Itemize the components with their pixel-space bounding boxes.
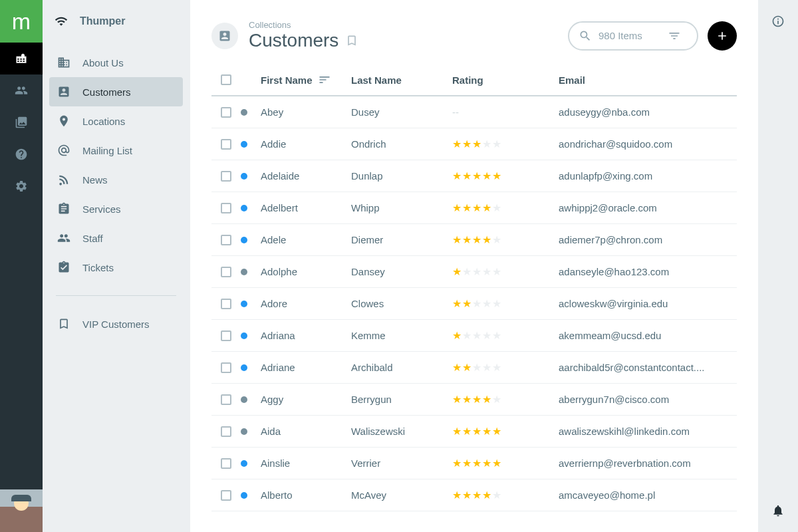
table-row[interactable]: AdelaideDunlap★★★★★adunlapfp@xing.com: [211, 160, 737, 192]
page-title: Customers: [249, 30, 358, 51]
rail-item-settings[interactable]: [0, 170, 43, 202]
col-email[interactable]: Email: [559, 74, 737, 86]
row-checkbox[interactable]: [211, 490, 241, 501]
cell-email: akemmeam@ucsd.edu: [559, 330, 737, 341]
nav-divider: [56, 295, 176, 296]
add-button[interactable]: [708, 21, 737, 51]
search-placeholder: 980 Items: [598, 30, 668, 41]
rail-item-people[interactable]: [0, 74, 43, 106]
table-row[interactable]: AdrianaKemme★★★★★akemmeam@ucsd.edu: [211, 320, 737, 352]
media-icon: [15, 116, 28, 129]
cell-rating: ★★★★★: [452, 489, 559, 501]
notifications-button[interactable]: [758, 489, 798, 532]
nav-item-about-us[interactable]: About Us: [49, 48, 183, 77]
cell-last-name: Archibald: [351, 362, 452, 373]
cell-email: aberrygun7n@cisco.com: [559, 394, 737, 405]
col-last-name[interactable]: Last Name: [351, 74, 452, 86]
cell-email: aduseygy@nba.com: [559, 106, 737, 118]
cell-first-name: Alberto: [261, 489, 351, 501]
cell-rating: ★★★★★: [452, 265, 559, 278]
row-checkbox[interactable]: [211, 362, 241, 373]
bell-icon: [771, 504, 785, 517]
cell-first-name: Aida: [261, 426, 351, 437]
table-row[interactable]: AdoreClowes★★★★★acloweskw@virginia.edu: [211, 288, 737, 320]
row-checkbox[interactable]: [211, 426, 241, 437]
row-checkbox[interactable]: [211, 235, 241, 245]
cell-rating: ★★★★★: [452, 138, 559, 150]
page-header: Collections Customers 980 Items: [190, 0, 758, 65]
nav-item-locations[interactable]: Locations: [49, 106, 183, 136]
people-icon: [15, 84, 28, 97]
row-checkbox[interactable]: [211, 299, 241, 309]
status-dot: [241, 492, 261, 499]
nav-item-news[interactable]: News: [49, 165, 183, 194]
bookmark_outline-icon: [57, 317, 70, 331]
status-dot: [241, 269, 261, 275]
nav-item-vip-customers[interactable]: VIP Customers: [49, 309, 183, 338]
rail-item-help[interactable]: [0, 138, 43, 170]
user-avatar[interactable]: [0, 489, 43, 532]
table-row[interactable]: AggyBerrygun★★★★★aberrygun7n@cisco.com: [211, 384, 737, 416]
status-dot: [241, 237, 261, 243]
row-checkbox[interactable]: [211, 139, 241, 150]
table-row[interactable]: AdolpheDansey★★★★★adanseyle@hao123.com: [211, 256, 737, 288]
project-switcher[interactable]: Thumper: [43, 0, 190, 43]
cell-last-name: Berrygun: [351, 394, 452, 405]
cell-last-name: Waliszewski: [351, 426, 452, 437]
nav-item-services[interactable]: Services: [49, 194, 183, 223]
cell-first-name: Ainslie: [261, 458, 351, 469]
table-row[interactable]: AdelbertWhipp★★★★★awhippj2@oracle.com: [211, 192, 737, 224]
rail-item-apps[interactable]: [0, 43, 43, 74]
filter-icon[interactable]: [668, 29, 681, 43]
nav-item-customers[interactable]: Customers: [49, 77, 183, 106]
row-checkbox[interactable]: [211, 107, 241, 118]
row-checkbox[interactable]: [211, 394, 241, 405]
nav-item-label: Staff: [82, 233, 103, 244]
assignment-icon: [57, 202, 70, 215]
app-logo[interactable]: m: [0, 0, 43, 43]
table-row[interactable]: AdeleDiemer★★★★★adiemer7p@chron.com: [211, 224, 737, 256]
bookmark-outline-icon[interactable]: [345, 34, 358, 47]
search-input[interactable]: 980 Items: [568, 21, 698, 51]
row-checkbox[interactable]: [211, 331, 241, 341]
app-initial: m: [12, 9, 31, 35]
table-row[interactable]: AinslieVerrier★★★★★averriernp@reverbnati…: [211, 448, 737, 479]
table-header-row: First Name Last Name Rating Email: [211, 65, 737, 96]
table-row[interactable]: AlbertoMcAvey★★★★★amcaveyeo@home.pl: [211, 479, 737, 511]
col-first-name[interactable]: First Name: [261, 73, 351, 86]
info-button[interactable]: [758, 0, 798, 43]
row-checkbox[interactable]: [211, 458, 241, 469]
cell-email: awhippj2@oracle.com: [559, 202, 737, 213]
nav-item-tickets[interactable]: Tickets: [49, 253, 183, 282]
row-checkbox[interactable]: [211, 203, 241, 213]
row-checkbox[interactable]: [211, 171, 241, 182]
cell-email: adunlapfp@xing.com: [559, 170, 737, 182]
status-dot: [241, 141, 261, 148]
table-row[interactable]: AbeyDusey--aduseygy@nba.com: [211, 96, 737, 128]
breadcrumb[interactable]: Collections: [249, 20, 358, 30]
cell-email: averriernp@reverbnation.com: [559, 458, 737, 469]
select-all[interactable]: [211, 74, 241, 85]
cell-last-name: Dunlap: [351, 170, 452, 182]
table-row[interactable]: AdrianeArchibald★★★★★aarchibald5r@consta…: [211, 352, 737, 384]
contacts-icon: [57, 85, 70, 98]
alternate_email-icon: [57, 144, 70, 157]
row-checkbox[interactable]: [211, 267, 241, 277]
cell-last-name: McAvey: [351, 489, 452, 501]
nav-item-mailing-list[interactable]: Mailing List: [49, 136, 183, 165]
nav-item-label: Services: [82, 203, 121, 215]
nav-item-staff[interactable]: Staff: [49, 223, 183, 253]
col-rating[interactable]: Rating: [452, 74, 559, 86]
cell-rating: ★★★★★: [452, 170, 559, 182]
table-row[interactable]: AidaWaliszewski★★★★★awaliszewskihl@linke…: [211, 416, 737, 448]
rail-item-media[interactable]: [0, 106, 43, 138]
cell-rating: ★★★★★: [452, 457, 559, 469]
cell-last-name: Dansey: [351, 266, 452, 277]
status-dot: [241, 205, 261, 211]
cell-rating: ★★★★★: [452, 329, 559, 342]
nav-item-label: Customers: [82, 86, 131, 98]
cell-rating: ★★★★★: [452, 425, 559, 438]
sort-icon: [318, 73, 331, 86]
right-rail: [758, 0, 798, 532]
table-row[interactable]: AddieOndrich★★★★★aondrichar@squidoo.com: [211, 128, 737, 160]
